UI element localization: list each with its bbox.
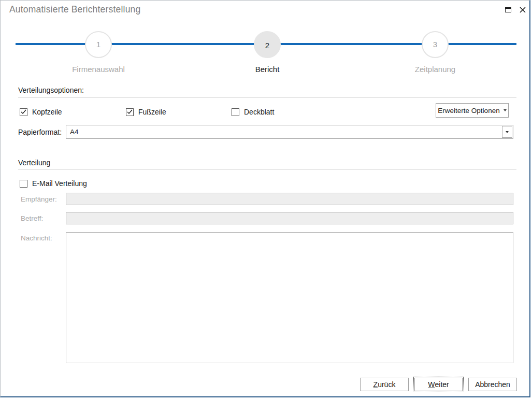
maximize-button[interactable] [502,6,514,14]
step-number-badge: 3 [422,31,449,58]
back-button[interactable]: Zurück [360,378,409,391]
section-divider [18,169,516,170]
section-title-verteilungsoptionen: Verteilungsoptionen: [18,86,84,94]
subject-input [66,212,513,224]
checkbox-kopfzeile[interactable]: Kopfzeile [20,108,62,116]
step-number-badge: 2 [254,31,281,58]
close-button[interactable] [517,6,528,14]
paper-format-value: A4 [66,128,502,136]
wizard-step-zeitplanung: 3 Zeitplanung [378,31,492,74]
checkbox-fusszeile[interactable]: Fußzeile [126,108,166,116]
maximize-icon [505,7,511,12]
checkbox-email-verteilung[interactable]: E-Mail Verteilung [20,179,87,188]
recipient-input [66,193,513,205]
step-number-badge: 1 [85,31,112,58]
advanced-options-button[interactable]: Erweiterte Optionen [436,103,509,118]
checkbox-box[interactable] [232,108,239,116]
cancel-button[interactable]: Abbrechen [468,378,517,391]
checkbox-label: Kopfzeile [32,108,62,116]
checkbox-label: Deckblatt [244,108,274,116]
paper-format-combobox[interactable]: A4 [66,125,513,139]
checkbox-box[interactable] [20,180,27,188]
wizard-step-firmenauswahl: 1 Firmenauswahl [41,31,155,74]
step-label: Zeitplanung [378,65,492,74]
chevron-down-icon [506,131,509,133]
combo-dropdown-button[interactable] [502,126,512,138]
checkbox-box[interactable] [20,108,27,116]
window-title: Automatisierte Berichterstellung [9,4,140,15]
advanced-options-label: Erweiterte Optionen [438,107,499,115]
step-label: Bericht [210,65,324,74]
checkmark-icon [21,109,26,115]
wizard-dialog: Automatisierte Berichterstellung 1 Firme… [0,0,532,400]
message-textarea[interactable] [66,232,513,363]
message-label: Nachricht: [21,234,52,242]
section-divider [18,97,516,98]
wizard-step-bericht: 2 Bericht [210,31,324,74]
next-button[interactable]: Weiter [414,378,463,391]
checkbox-label: E-Mail Verteilung [32,179,87,188]
recipient-label: Empfänger: [21,195,57,203]
close-icon [520,7,526,13]
chevron-down-icon [504,109,507,111]
checkbox-deckblatt[interactable]: Deckblatt [232,108,274,116]
subject-label: Betreff: [21,215,43,222]
step-label: Firmenauswahl [41,65,155,74]
section-title-verteilung: Verteilung [18,159,50,167]
paper-format-label: Papierformat: [18,128,62,136]
checkbox-label: Fußzeile [138,108,166,116]
checkmark-icon [127,109,133,115]
checkbox-box[interactable] [126,108,134,116]
